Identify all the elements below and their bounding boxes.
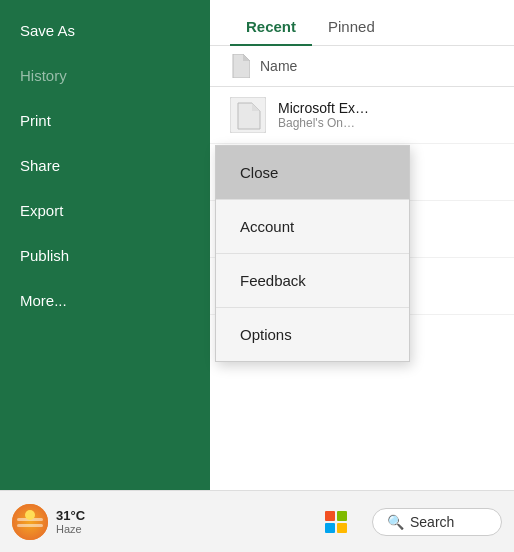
weather-text: 31°C Haze: [56, 508, 85, 535]
search-icon: 🔍: [387, 514, 404, 530]
sidebar-item-save-as[interactable]: Save As: [0, 8, 210, 53]
win-tile-green: [337, 511, 347, 521]
sidebar-item-print[interactable]: Print: [0, 98, 210, 143]
tab-recent-label: Recent: [246, 18, 296, 35]
search-text: Search: [410, 514, 454, 530]
tabs-container: Recent Pinned: [210, 8, 514, 46]
win-tile-yellow: [337, 523, 347, 533]
tab-pinned-label: Pinned: [328, 18, 375, 35]
dropdown-label-account: Account: [240, 218, 294, 235]
sidebar-label-save-as: Save As: [20, 22, 75, 39]
file-icon-1: [230, 97, 266, 133]
dropdown-menu: Close Account Feedback Options: [215, 145, 410, 362]
file-list-header: Name: [210, 46, 514, 87]
file-list-column-name: Name: [260, 58, 297, 74]
weather-temp: 31°C: [56, 508, 85, 523]
taskbar: 31°C Haze 🔍 Search: [0, 490, 514, 552]
sidebar-label-print: Print: [20, 112, 51, 129]
win-tile-blue: [325, 523, 335, 533]
dropdown-label-feedback: Feedback: [240, 272, 306, 289]
dropdown-item-feedback[interactable]: Feedback: [216, 254, 409, 308]
file-name-1: Microsoft Ex…: [278, 100, 369, 116]
sidebar-label-more: More...: [20, 292, 67, 309]
windows-start-button[interactable]: [316, 502, 356, 542]
dropdown-item-account[interactable]: Account: [216, 200, 409, 254]
file-info-1: Microsoft Ex… Baghel's On…: [278, 100, 369, 130]
svg-point-7: [25, 510, 35, 520]
windows-logo: [325, 511, 347, 533]
sidebar-item-export[interactable]: Export: [0, 188, 210, 233]
dropdown-item-close[interactable]: Close: [216, 146, 409, 200]
file-sub-1: Baghel's On…: [278, 116, 369, 130]
weather-icon: [12, 504, 48, 540]
sidebar-item-more[interactable]: More...: [0, 278, 210, 323]
sidebar-label-export: Export: [20, 202, 63, 219]
dropdown-label-options: Options: [240, 326, 292, 343]
sidebar: Save As History Print Share Export Publi…: [0, 0, 210, 490]
weather-description: Haze: [56, 523, 85, 535]
win-tile-red: [325, 511, 335, 521]
tab-pinned[interactable]: Pinned: [312, 8, 391, 45]
dropdown-label-close: Close: [240, 164, 278, 181]
svg-rect-6: [17, 524, 43, 527]
sidebar-item-share[interactable]: Share: [0, 143, 210, 188]
tab-recent[interactable]: Recent: [230, 8, 312, 45]
sidebar-item-history[interactable]: History: [0, 53, 210, 98]
file-item-1[interactable]: Microsoft Ex… Baghel's On…: [210, 87, 514, 144]
file-header-icon: [230, 54, 250, 78]
sidebar-label-publish: Publish: [20, 247, 69, 264]
taskbar-search[interactable]: 🔍 Search: [372, 508, 502, 536]
dropdown-item-options[interactable]: Options: [216, 308, 409, 361]
weather-widget[interactable]: 31°C Haze: [12, 504, 85, 540]
svg-point-4: [12, 504, 48, 540]
sidebar-label-history: History: [20, 67, 67, 84]
sidebar-label-share: Share: [20, 157, 60, 174]
sidebar-item-publish[interactable]: Publish: [0, 233, 210, 278]
